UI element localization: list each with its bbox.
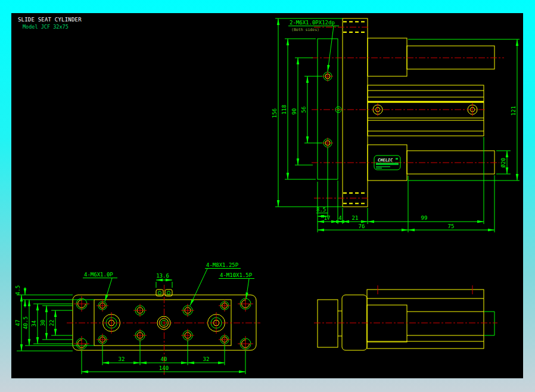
dim-pitch-a: 32 (119, 356, 125, 362)
callout-thread-note: (Both sides) (291, 27, 319, 32)
callout-m10: 4-M10X1.5P (220, 272, 253, 278)
drawing-model: Model JCF 32x75 (23, 24, 69, 30)
callout-sensor-slot: 13.6 (156, 273, 169, 279)
dim-body-length: 99 (421, 215, 428, 221)
callout-m6: 4-M6X1.0P (84, 272, 113, 278)
dim-m6-row-span: 30 (40, 320, 46, 326)
dim-pitch-b: 40 (161, 356, 167, 362)
dim-edge-lip: 4.5 (15, 285, 21, 295)
dim-flange-thickness: 21 (352, 215, 359, 221)
cad-desktop: { "window": { "title_line1": "SLIDE SEAT… (0, 0, 535, 392)
callout-thread: 2-M6X1.0PX12dp (290, 20, 335, 26)
drawing-title: SLIDE SEAT CYLINDER (18, 17, 82, 23)
dim-rear-length: 75 (448, 223, 455, 229)
dim-total-pitch: 140 (159, 365, 169, 371)
dim-overall-height: 156 (272, 108, 278, 118)
dim-hole-offset: 8.5 (316, 207, 326, 213)
dim-body-height: 121 (511, 106, 517, 116)
dim-m8-row-span: 22 (49, 320, 55, 326)
drawing-canvas[interactable]: SLIDE SEAT CYLINDER Model JCF 32x75 (0, 0, 535, 392)
dim-front-length: 76 (359, 223, 365, 229)
model-space[interactable] (11, 13, 523, 378)
dim-port-span: 90 (291, 108, 297, 115)
dim-hole-span: 56 (301, 107, 307, 113)
brand-name: CHELIC (378, 158, 393, 163)
callout-m8: 4-M8X1.25P (206, 262, 239, 268)
dim-rod-diameter: Ø20 (500, 158, 506, 167)
dim-plate-width: 47 (15, 320, 21, 326)
dim-plate-height: 118 (281, 105, 287, 114)
dim-pitch-c: 32 (203, 356, 210, 362)
dim-inner-width: 40.5 (23, 316, 29, 329)
dim-plate-thickness: 17 (324, 215, 331, 221)
dim-m10-row-span: 34 (31, 321, 37, 327)
dim-spacer-gap: 4 (338, 215, 341, 221)
